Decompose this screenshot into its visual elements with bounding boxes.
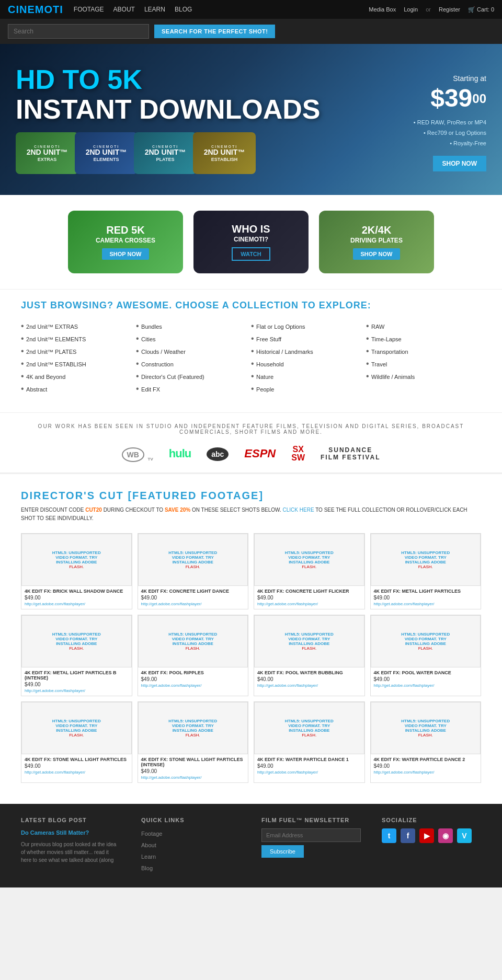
video-link-7: http://get.adobe.com/flashplayer/ (374, 683, 478, 688)
footer-link-footage[interactable]: Footage (141, 831, 162, 837)
video-info-7: 4K EDIT FX: POOL WATER DANCE $49.00 http… (371, 667, 481, 690)
browse-link-flat-log[interactable]: Flat or Log Options (256, 324, 305, 330)
youtube-icon[interactable]: ▶ (419, 828, 434, 843)
video-placeholder-9: HTML5: UNSUPPORTEDVIDEO FORMAT. TRYINSTA… (138, 702, 248, 754)
video-card-7[interactable]: HTML5: UNSUPPORTEDVIDEO FORMAT. TRYINSTA… (370, 615, 482, 696)
nav-blog[interactable]: BLOG (175, 6, 192, 13)
footer-link-about[interactable]: About (141, 842, 156, 848)
video-info-3: 4K EDIT FX: METAL LIGHT PARTICLES $49.00… (371, 586, 481, 609)
hero-package-plates[interactable]: CINEMOTI 2ND UNIT™ PLATES (134, 132, 197, 174)
browse-link-clouds[interactable]: Clouds / Weather (141, 349, 186, 355)
browse-link-establish[interactable]: 2nd Unit™ ESTABLISH (26, 361, 86, 367)
card-driving-sub: DRIVING PLATES (350, 237, 403, 244)
facebook-icon[interactable]: f (401, 828, 415, 843)
video-card-5[interactable]: HTML5: UNSUPPORTEDVIDEO FORMAT. TRYINSTA… (138, 615, 249, 696)
browse-link-elements[interactable]: 2nd Unit™ ELEMENTS (26, 336, 86, 342)
hero-package-elements[interactable]: CINEMOTI 2ND UNIT™ ELEMENTS (75, 132, 138, 174)
browse-link-editfx[interactable]: Edit FX (141, 386, 160, 393)
newsletter-subscribe-button[interactable]: Subscribe (261, 845, 304, 858)
browse-link-extras[interactable]: 2nd Unit™ EXTRAS (26, 324, 78, 330)
browse-link-construction[interactable]: Construction (141, 361, 174, 367)
feature-card-driving[interactable]: 2K/4K DRIVING PLATES SHOP NOW (319, 211, 434, 273)
hero-package-establish[interactable]: CINEMOTI 2ND UNIT™ ESTABLISH (193, 132, 256, 174)
video-card-1[interactable]: HTML5: UNSUPPORTEDVIDEO FORMAT. TRYINSTA… (138, 533, 249, 609)
video-card-10[interactable]: HTML5: UNSUPPORTEDVIDEO FORMAT. TRYINSTA… (254, 701, 365, 783)
browse-link-abstract[interactable]: Abstract (26, 386, 47, 393)
hero-feature-2: • Rec709 or Log Options (414, 128, 486, 139)
video-placeholder-5: HTML5: UNSUPPORTEDVIDEO FORMAT. TRYINSTA… (138, 615, 248, 667)
video-card-3[interactable]: HTML5: UNSUPPORTEDVIDEO FORMAT. TRYINSTA… (370, 533, 482, 609)
card-red5k-sub: CAMERA CROSSES (96, 237, 155, 244)
vimeo-icon[interactable]: V (457, 828, 472, 843)
card-red5k-title: RED 5K (106, 224, 144, 236)
browse-link-directors-cut[interactable]: Director's Cut (Featured) (141, 374, 204, 380)
video-name-2: 4K EDIT FX: CONCRETE LIGHT FLICKER (257, 589, 361, 594)
twitter-icon[interactable]: t (382, 828, 396, 843)
navbar-logo[interactable]: CINEMOTI (8, 4, 63, 16)
instagram-icon[interactable]: ◉ (438, 828, 453, 843)
video-info-1: 4K EDIT FX: CONCRETE LIGHT DANCE $49.00 … (138, 586, 248, 609)
nav-cart[interactable]: 🛒 Cart: 0 (468, 6, 494, 13)
video-card-0[interactable]: HTML5: UNSUPPORTEDVIDEO FORMAT. TRYINSTA… (21, 533, 132, 609)
feature-card-whois[interactable]: WHO IS CINEMOTI? WATCH (193, 211, 309, 273)
search-button[interactable]: SEARCH FOR THE PERFECT SHOT! (154, 25, 275, 38)
video-card-2[interactable]: HTML5: UNSUPPORTEDVIDEO FORMAT. TRYINSTA… (254, 533, 365, 609)
video-name-10: 4K EDIT FX: WATER PARTICLE DANCE 1 (257, 757, 361, 762)
browse-link-plates[interactable]: 2nd Unit™ PLATES (26, 349, 76, 355)
nav-about[interactable]: ABOUT (113, 6, 135, 13)
video-link-1: http://get.adobe.com/flashplayer/ (141, 602, 245, 606)
card-whois-title: WHO IS (232, 223, 270, 235)
video-card-9[interactable]: HTML5: UNSUPPORTEDVIDEO FORMAT. TRYINSTA… (138, 701, 249, 783)
video-grid-row3: HTML5: UNSUPPORTEDVIDEO FORMAT. TRYINSTA… (21, 701, 481, 783)
nav-learn[interactable]: LEARN (144, 6, 165, 13)
browse-link-free[interactable]: Free Stuff (256, 336, 281, 342)
search-input[interactable] (8, 24, 149, 39)
directors-cut-subtitle: ENTER DISCOUNT CODE CUT20 DURING CHECKOU… (21, 506, 481, 523)
nav-login[interactable]: Login (404, 6, 418, 13)
hero-shop-now-button[interactable]: SHOP NOW (433, 156, 486, 171)
hero-price-dollar: $39 (430, 84, 472, 112)
video-card-8[interactable]: HTML5: UNSUPPORTEDVIDEO FORMAT. TRYINSTA… (21, 701, 132, 783)
browse-link-4k-beyond[interactable]: 4K and Beyond (26, 374, 65, 380)
browse-title: JUST BROWSING? AWESOME. CHOOSE A COLLECT… (21, 300, 481, 311)
video-grid-row2: HTML5: UNSUPPORTEDVIDEO FORMAT. TRYINSTA… (21, 615, 481, 696)
video-placeholder-4: HTML5: UNSUPPORTEDVIDEO FORMAT. TRYINSTA… (21, 615, 132, 667)
card-whois-sub: CINEMOTI? (234, 236, 268, 243)
browse-link-cities[interactable]: Cities (141, 336, 156, 342)
browse-link-timelapse[interactable]: Time-Lapse (371, 336, 402, 342)
video-link-6: http://get.adobe.com/flashplayer/ (257, 683, 361, 688)
footer-link-learn[interactable]: Learn (141, 854, 156, 860)
video-card-11[interactable]: HTML5: UNSUPPORTEDVIDEO FORMAT. TRYINSTA… (370, 701, 482, 783)
nav-mediabox[interactable]: Media Box (369, 6, 396, 13)
video-link-0: http://get.adobe.com/flashplayer/ (25, 602, 129, 606)
browse-link-wildlife[interactable]: Wildlife / Animals (371, 374, 415, 380)
card-driving-button[interactable]: SHOP NOW (353, 248, 401, 260)
browse-link-people[interactable]: People (256, 386, 274, 393)
browse-link-raw[interactable]: RAW (371, 324, 384, 330)
brand-logos: WB TV hulu abc ESPN SX SW SUNDANCEFILM F… (21, 445, 481, 462)
video-link-9: http://get.adobe.com/flashplayer/ (141, 775, 245, 780)
footer-link-blog[interactable]: Blog (141, 865, 153, 871)
browse-link-travel[interactable]: Travel (371, 361, 387, 367)
browse-link-transportation[interactable]: Transportation (371, 349, 408, 355)
nav-footage[interactable]: FOOTAGE (74, 6, 104, 13)
video-grid-row1: HTML5: UNSUPPORTEDVIDEO FORMAT. TRYINSTA… (21, 533, 481, 609)
newsletter-email-input[interactable] (261, 828, 361, 842)
browse-link-household[interactable]: Household (256, 361, 284, 367)
browse-col-1: 2nd Unit™ EXTRAS 2nd Unit™ ELEMENTS 2nd … (21, 321, 136, 397)
nav-register[interactable]: Register (439, 6, 460, 13)
click-here-link[interactable]: CLICK HERE (283, 507, 314, 513)
hero-package-extras[interactable]: CINEMOTI 2ND UNIT™ EXTRAS (16, 132, 78, 174)
video-card-4[interactable]: HTML5: UNSUPPORTEDVIDEO FORMAT. TRYINSTA… (21, 615, 132, 696)
seen-in-text: OUR WORK HAS BEEN SEEN IN STUDIO AND IND… (21, 423, 481, 435)
directors-cut-section: DIRECTOR'S CUT [FEATURED FOOTAGE] ENTER … (0, 472, 502, 804)
hero-feature-1: • RED RAW, ProRes or MP4 (414, 118, 486, 128)
feature-card-red5k[interactable]: RED 5K CAMERA CROSSES SHOP NOW (68, 211, 183, 273)
video-price-11: $49.00 (374, 763, 478, 769)
browse-link-historical[interactable]: Historical / Landmarks (256, 349, 313, 355)
card-red5k-button[interactable]: SHOP NOW (102, 248, 150, 260)
browse-link-bundles[interactable]: Bundles (141, 324, 162, 330)
video-card-6[interactable]: HTML5: UNSUPPORTEDVIDEO FORMAT. TRYINSTA… (254, 615, 365, 696)
browse-link-nature[interactable]: Nature (256, 374, 273, 380)
card-whois-button[interactable]: WATCH (232, 247, 270, 261)
